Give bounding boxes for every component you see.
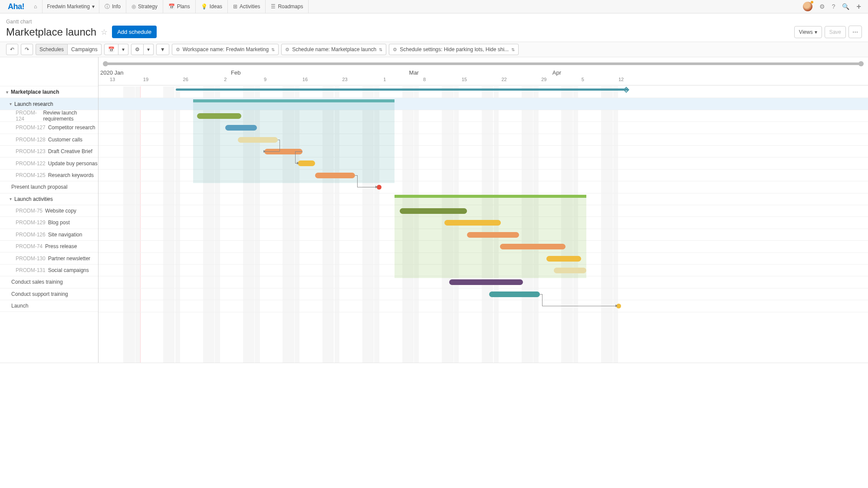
save-button[interactable]: Save bbox=[825, 26, 846, 38]
chevron-down-icon[interactable]: ▾ bbox=[10, 197, 12, 201]
logo[interactable]: Aha! bbox=[3, 2, 29, 11]
help-icon[interactable]: ? bbox=[832, 3, 835, 10]
topnav-right: ⚙ ? 🔍 + bbox=[803, 2, 865, 11]
task-row[interactable]: PRODM-130Partner newsletter bbox=[0, 252, 98, 264]
task-row[interactable]: PRODM-125Research keywords bbox=[0, 170, 98, 181]
home-button[interactable]: ⌂ bbox=[29, 0, 43, 13]
month-label: Feb bbox=[231, 69, 240, 76]
task-row[interactable]: PRODM-127Competitor research bbox=[0, 122, 98, 134]
year-label: 2020 Jan bbox=[100, 69, 124, 76]
dependency-line bbox=[542, 306, 616, 306]
nav-activities[interactable]: ⊞Activities bbox=[228, 0, 266, 13]
task-row[interactable]: Present launch proposal bbox=[0, 181, 98, 193]
bulb-icon: 💡 bbox=[201, 3, 207, 10]
task-row[interactable]: Conduct support training bbox=[0, 288, 98, 300]
workspace-selector[interactable]: Fredwin Marketing▾ bbox=[43, 0, 99, 13]
task-row[interactable]: PRODM-75Website copy bbox=[0, 205, 98, 217]
gantt-bar[interactable] bbox=[225, 125, 256, 131]
day-label: 5 bbox=[582, 77, 584, 82]
task-row[interactable]: ▾Marketplace launch bbox=[0, 86, 98, 98]
task-label: Conduct sales training bbox=[11, 279, 63, 285]
task-row[interactable]: ▾Launch research bbox=[0, 98, 98, 110]
task-row[interactable]: PRODM-123Draft Creative Brief bbox=[0, 146, 98, 157]
task-label: Update buy personas bbox=[48, 160, 98, 167]
tab-campaigns[interactable]: Campaigns bbox=[68, 44, 102, 55]
gantt-bar[interactable] bbox=[315, 173, 355, 178]
day-label: 8 bbox=[423, 77, 426, 82]
nav-ideas[interactable]: 💡Ideas bbox=[196, 0, 228, 13]
page-header: Gantt chart Marketplace launch ☆ Add sch… bbox=[0, 13, 868, 42]
date-range-button[interactable]: 📅 bbox=[104, 44, 118, 55]
filter-pill-0[interactable]: ⚙Workspace name: Fredwin Marketing⇅ bbox=[172, 44, 279, 55]
gantt-bar[interactable] bbox=[444, 220, 501, 226]
timeline-row[interactable] bbox=[99, 181, 868, 193]
task-row[interactable]: PRODM-74Press release bbox=[0, 241, 98, 252]
task-row[interactable]: ▾Launch activities bbox=[0, 193, 98, 205]
undo-button[interactable]: ↶ bbox=[6, 44, 18, 55]
calendar-icon: 📅 bbox=[108, 46, 115, 52]
timeline-scrubber[interactable] bbox=[104, 62, 863, 65]
settings-dropdown[interactable]: ▾ bbox=[144, 44, 154, 55]
avatar[interactable] bbox=[803, 2, 812, 11]
chevron-down-icon[interactable]: ▾ bbox=[10, 102, 12, 106]
chevron-down-icon[interactable]: ▾ bbox=[6, 90, 8, 95]
task-key: PRODM-129 bbox=[16, 219, 46, 226]
settings-button[interactable]: ⚙ bbox=[131, 44, 144, 55]
add-icon[interactable]: + bbox=[856, 2, 861, 11]
day-label: 1 bbox=[383, 77, 386, 82]
search-icon[interactable]: 🔍 bbox=[842, 3, 849, 10]
task-key: PRODM-122 bbox=[16, 160, 46, 167]
task-row[interactable]: PRODM-131Social campaigns bbox=[0, 265, 98, 276]
gantt-bar[interactable] bbox=[400, 208, 467, 214]
favorite-star-icon[interactable]: ☆ bbox=[101, 27, 108, 37]
nav-plans[interactable]: 📅Plans bbox=[163, 0, 196, 13]
dependency-arrow bbox=[263, 150, 266, 153]
task-row[interactable]: Launch bbox=[0, 300, 98, 312]
month-label: Apr bbox=[552, 69, 561, 76]
nav-info[interactable]: ⓘInfo bbox=[99, 0, 126, 13]
timeline-row[interactable] bbox=[99, 288, 868, 300]
filter-button[interactable]: ▼ bbox=[156, 44, 169, 55]
gantt-bar[interactable] bbox=[467, 232, 519, 238]
task-key: PRODM-127 bbox=[16, 124, 46, 131]
info-icon: ⓘ bbox=[105, 3, 110, 10]
task-row[interactable]: PRODM-124Review launch requirements bbox=[0, 110, 98, 122]
toolbar: ↶ ↷ Schedules Campaigns 📅 ▾ ⚙ ▾ ▼ ⚙Works… bbox=[0, 42, 868, 57]
gear-icon: ⚙ bbox=[135, 46, 140, 52]
breadcrumb: Gantt chart bbox=[6, 19, 862, 25]
views-button[interactable]: Views▾ bbox=[794, 26, 822, 38]
task-row[interactable]: PRODM-128Customer calls bbox=[0, 134, 98, 146]
gantt-bar[interactable] bbox=[554, 268, 586, 273]
dependency-line bbox=[279, 140, 280, 151]
gantt-bar[interactable] bbox=[298, 160, 315, 166]
task-row[interactable]: PRODM-126Site navigation bbox=[0, 229, 98, 241]
nav-strategy[interactable]: ◎Strategy bbox=[126, 0, 163, 13]
gantt-timeline[interactable]: 2020 JanFebMarApr 1319262916231815222951… bbox=[99, 57, 868, 363]
task-row[interactable]: Conduct sales training bbox=[0, 276, 98, 288]
gantt-task-list: ▾Marketplace launch▾Launch researchPRODM… bbox=[0, 57, 99, 363]
gantt-bar[interactable] bbox=[449, 279, 523, 285]
add-schedule-button[interactable]: Add schedule bbox=[112, 26, 157, 38]
gantt-bar[interactable] bbox=[546, 256, 581, 262]
task-label: Present launch proposal bbox=[11, 184, 67, 190]
task-row[interactable]: PRODM-129Blog post bbox=[0, 217, 98, 229]
timeline-row[interactable] bbox=[99, 300, 868, 312]
task-row[interactable]: PRODM-122Update buy personas bbox=[0, 157, 98, 169]
day-label: 12 bbox=[618, 77, 624, 82]
gantt-bar[interactable] bbox=[197, 113, 241, 119]
gantt-bar[interactable] bbox=[489, 291, 540, 297]
filter-pill-2[interactable]: ⚙Schedule settings: Hide parking lots, H… bbox=[389, 44, 519, 55]
redo-button[interactable]: ↷ bbox=[21, 44, 33, 55]
gear-icon[interactable]: ⚙ bbox=[819, 3, 825, 10]
day-label: 2 bbox=[224, 77, 227, 82]
gantt-bar[interactable] bbox=[176, 88, 629, 91]
target-icon: ◎ bbox=[132, 3, 136, 10]
filter-pill-1[interactable]: ⚙Schedule name: Marketplace launch⇅ bbox=[281, 44, 386, 55]
gantt-bar[interactable] bbox=[500, 244, 565, 249]
nav-roadmaps[interactable]: ☰Roadmaps bbox=[266, 0, 309, 13]
more-button[interactable]: ⋯ bbox=[848, 26, 862, 38]
task-key: PRODM-131 bbox=[16, 267, 46, 273]
tab-schedules[interactable]: Schedules bbox=[36, 44, 68, 55]
gantt-bar[interactable] bbox=[238, 137, 278, 143]
date-range-dropdown[interactable]: ▾ bbox=[118, 44, 128, 55]
